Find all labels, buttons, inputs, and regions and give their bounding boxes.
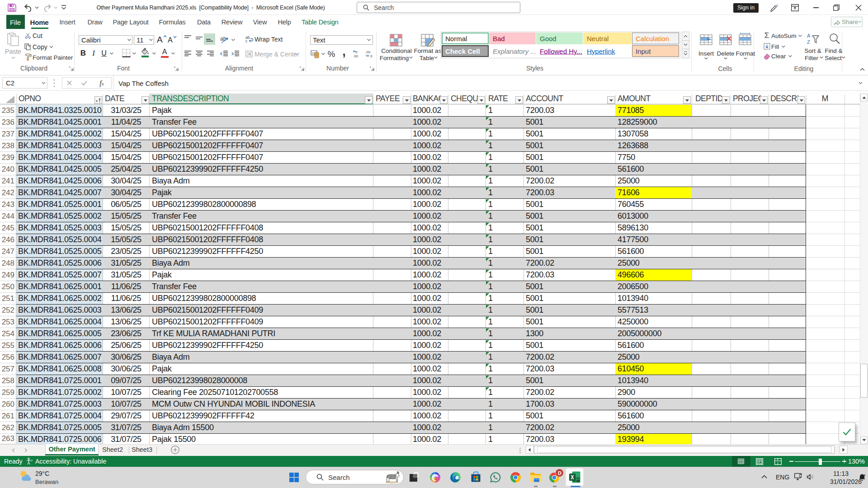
svg-text:ab: ab	[220, 36, 226, 42]
svg-text:.00: .00	[353, 54, 359, 58]
svg-text:0: 0	[370, 54, 373, 58]
svg-text:0: 0	[355, 50, 358, 54]
svg-text:Z: Z	[807, 39, 810, 45]
svg-text:z: z	[864, 473, 866, 477]
svg-text:.00: .00	[365, 50, 371, 54]
svg-text:?: ?	[31, 459, 33, 463]
svg-text:A: A	[807, 33, 811, 38]
